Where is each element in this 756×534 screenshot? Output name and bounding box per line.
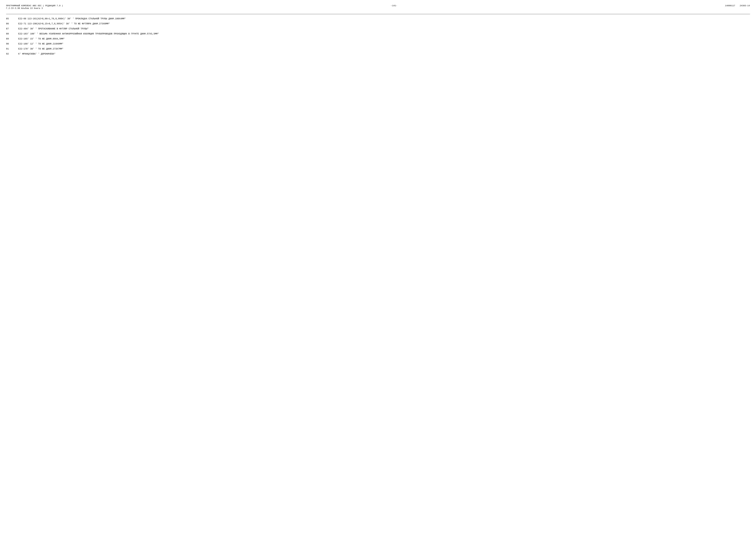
page-header: ПРОГРАММНЫЙ КОМПЛЕКС АВС-ЗЕС ( РЕДАКЦИЯ …	[6, 5, 750, 10]
subtitle: Г.2-IV-3.90 Альбом 13 Книга 3	[6, 7, 63, 10]
table-row: 86Е22-71 113-198(А2=0,15+8,7,0,995#)' 30…	[6, 22, 750, 25]
content-area: 85Е22-66 113-161(А2=0,06+1,76,0,998#)' 3…	[6, 17, 750, 56]
program-info: ПРОГРАММНЫЙ КОМПЛЕКС АВС-ЗЕС ( РЕДАКЦИЯ …	[6, 5, 63, 7]
line-text: Е22-165' 15' ' ТО ЖЕ ДИАМ.89Х4,5ММ*	[18, 37, 750, 40]
table-row: 92К' ФРАНЦУЗОВА' ' ДОРОНИЧЕВА*	[6, 52, 750, 56]
table-row: 88Е22-163' 100' ' ВЕСЬМА УСИЛЕННАЯ АНТИК…	[6, 32, 750, 36]
table-row: 87Е22-494' 30' ' ПРОТАСКИВАНИЕ В ФУТЛЯР …	[6, 27, 750, 31]
line-number: 85	[6, 17, 18, 20]
line-number: 86	[6, 22, 18, 25]
line-text: Е22-66 113-161(А2=0,06+1,76,0,998#)' 30'…	[18, 17, 750, 20]
header-center: -141-	[391, 5, 397, 7]
line-text: Е22-170' 30' ' ТО ЖЕ ДИАМ.273Х7ММ*	[18, 47, 750, 51]
table-row: 90Е22-168' 12' ' ТО ЖЕ ДИАМ.219Х6ММ*	[6, 42, 750, 45]
line-number: 89	[6, 37, 18, 40]
line-number: 91	[6, 47, 18, 51]
line-text: Е22-168' 12' ' ТО ЖЕ ДИАМ.219Х6ММ*	[18, 42, 750, 45]
doc-number2: 24383-14	[740, 5, 750, 7]
table-row: 85Е22-66 113-161(А2=0,06+1,76,0,998#)' 3…	[6, 17, 750, 20]
line-text: Е22-163' 100' ' ВЕСЬМА УСИЛЕННАЯ АНТИКОР…	[18, 32, 750, 36]
line-number: 87	[6, 27, 18, 31]
line-text: К' ФРАНЦУЗОВА' ' ДОРОНИЧЕВА*	[18, 52, 750, 56]
line-text: Е22-494' 30' ' ПРОТАСКИВАНИЕ В ФУТЛЯР СТ…	[18, 27, 750, 31]
header-right: 14890117 24383-14	[725, 5, 750, 7]
line-number: 90	[6, 42, 18, 45]
line-number: 88	[6, 32, 18, 36]
line-text: Е22-71 113-198(А2=0,15+8,7,0,995#)' 30' …	[18, 22, 750, 25]
header-left: ПРОГРАММНЫЙ КОМПЛЕКС АВС-ЗЕС ( РЕДАКЦИЯ …	[6, 5, 63, 10]
table-row: 89Е22-165' 15' ' ТО ЖЕ ДИАМ.89Х4,5ММ*	[6, 37, 750, 40]
line-number: 92	[6, 52, 18, 56]
page-number: -141-	[391, 5, 397, 7]
table-row: 91Е22-170' 30' ' ТО ЖЕ ДИАМ.273Х7ММ*	[6, 47, 750, 51]
doc-number1: 14890117	[725, 5, 735, 7]
